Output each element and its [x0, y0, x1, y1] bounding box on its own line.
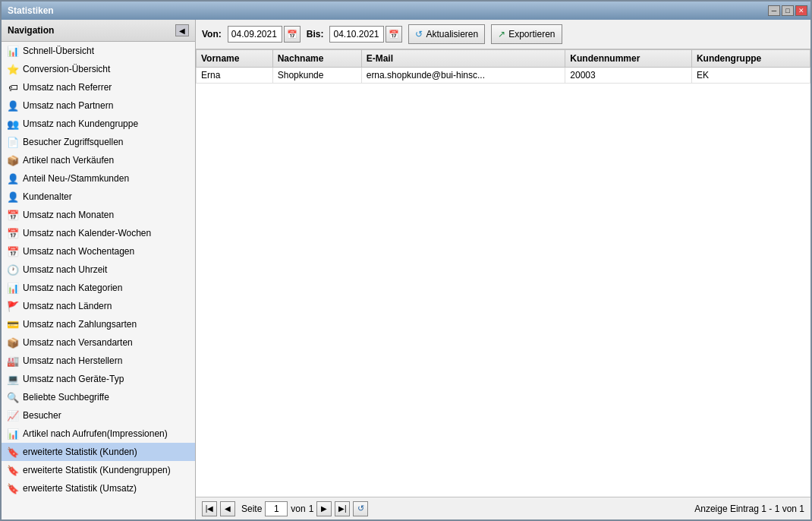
sidebar-item-schnell[interactable]: 📊 Schnell-Übersicht	[2, 42, 195, 60]
window-title: Statistiken	[8, 5, 54, 16]
sidebar-collapse-button[interactable]: ◀	[175, 24, 189, 36]
category-icon: 📊	[6, 281, 20, 295]
sidebar-item-referrer[interactable]: 🏷 Umsatz nach Referrer	[2, 78, 195, 96]
sidebar-item-versandarten[interactable]: 📦 Umsatz nach Versandarten	[2, 333, 195, 352]
star-icon: ⭐	[6, 62, 20, 76]
sidebar-item-kundengruppe[interactable]: 👥 Umsatz nach Kundengruppe	[2, 115, 195, 133]
close-button[interactable]: ✕	[795, 5, 807, 16]
sidebar-item-label: Umsatz nach Zahlungsarten	[23, 319, 137, 330]
last-page-button[interactable]: ▶|	[335, 501, 350, 516]
sidebar-item-label: Besucher Zugriffsquellen	[23, 137, 124, 147]
bis-label: Bis:	[307, 29, 324, 39]
refresh-icon: ↺	[415, 29, 423, 39]
col-nachname: Nachname	[272, 50, 361, 68]
sidebar-item-monaten[interactable]: 📅 Umsatz nach Monaten	[2, 206, 195, 224]
sidebar-item-geraete[interactable]: 💻 Umsatz nach Geräte-Typ	[2, 370, 195, 388]
shipping-icon: 📦	[6, 336, 20, 349]
sidebar-item-impressionen[interactable]: 📊 Artikel nach Aufrufen(Impressionen)	[2, 425, 195, 443]
first-page-button[interactable]: |◀	[202, 501, 217, 516]
box-icon: 📦	[6, 153, 20, 167]
sidebar-item-suchbegriffe[interactable]: 🔍 Beliebte Suchbegriffe	[2, 388, 195, 406]
sidebar-item-label: Umsatz nach Kategorien	[23, 283, 122, 293]
refresh-label: Aktualisieren	[426, 29, 478, 39]
von-label: Von:	[202, 29, 222, 39]
sidebar-item-label: Umsatz nach Uhrzeit	[23, 264, 107, 275]
sidebar-item-artikel-verk[interactable]: 📦 Artikel nach Verkäufen	[2, 151, 195, 169]
tag-icon: 🏷	[6, 81, 20, 94]
calendar-month-icon: 📅	[6, 208, 20, 222]
right-panel: Von: 📅 Bis: 📅 ↺ Aktualisieren ↗ Exportie…	[196, 20, 810, 519]
minimize-button[interactable]: ─	[768, 5, 780, 16]
pagination-controls: |◀ ◀ Seite von 1 ▶ ▶| ↺	[202, 501, 368, 516]
von-date-input[interactable]	[228, 26, 282, 43]
calendar-weekday-icon: 📅	[6, 245, 20, 258]
refresh-button[interactable]: ↺ Aktualisieren	[408, 24, 485, 44]
person-icon: 👤	[6, 99, 20, 112]
cell-vorname: Erna	[197, 68, 273, 84]
trend-icon: 📈	[6, 409, 20, 422]
sidebar-item-anteil[interactable]: 👤 Anteil Neu-/Stammkunden	[2, 169, 195, 188]
sidebar-item-laender[interactable]: 🚩 Umsatz nach Ländern	[2, 297, 195, 315]
sidebar-item-hersteller[interactable]: 🏭 Umsatz nach Herstellern	[2, 352, 195, 370]
calendar-week-icon: 📅	[6, 226, 20, 240]
main-window: Statistiken ─ □ ✕ Navigation ◀ 📊 Schnell…	[0, 0, 812, 521]
sidebar-item-kalender[interactable]: 📅 Umsatz nach Kalender-Wochen	[2, 224, 195, 242]
sidebar-item-ext-kundengruppen[interactable]: 🔖 erweiterte Statistik (Kundengruppen)	[2, 461, 195, 479]
bis-date-field: 📅	[329, 26, 402, 43]
sidebar-item-besucher[interactable]: 📈 Besucher	[2, 406, 195, 425]
flag-icon: 🚩	[6, 299, 20, 313]
bis-date-input[interactable]	[329, 26, 384, 43]
sidebar-item-label: Umsatz nach Wochentagen	[23, 246, 134, 257]
sidebar-title: Navigation	[8, 25, 54, 36]
prev-page-button[interactable]: ◀	[220, 501, 235, 516]
cell-kundengruppe: EK	[691, 68, 810, 84]
manufacturer-icon: 🏭	[6, 354, 20, 368]
sidebar-item-label: Umsatz nach Ländern	[23, 301, 112, 311]
sidebar-item-label: Artikel nach Aufrufen(Impressionen)	[23, 428, 168, 439]
sidebar-item-label: Kundenalter	[23, 191, 72, 202]
col-kundengruppe: Kundengruppe	[691, 50, 810, 68]
table-header-row: Vorname Nachname E-Mail Kundennummer Kun…	[197, 50, 810, 68]
sidebar: Navigation ◀ 📊 Schnell-Übersicht ⭐ Conve…	[2, 20, 196, 519]
sidebar-item-ext-umsatz[interactable]: 🔖 erweiterte Statistik (Umsatz)	[2, 479, 195, 497]
extended-umsatz-icon: 🔖	[6, 482, 20, 495]
von-date-field: 📅	[228, 26, 301, 43]
sidebar-item-label: Umsatz nach Kalender-Wochen	[23, 228, 151, 238]
device-icon: 💻	[6, 372, 20, 386]
payment-icon: 💳	[6, 317, 20, 331]
pagination-status: Anzeige Eintrag 1 - 1 von 1	[694, 504, 804, 514]
total-pages: 1	[309, 504, 314, 514]
sidebar-item-partner[interactable]: 👤 Umsatz nach Partnern	[2, 96, 195, 115]
sidebar-item-label: Besucher	[23, 410, 61, 421]
group-icon: 👥	[6, 117, 20, 131]
sidebar-item-conversion[interactable]: ⭐ Conversion-Übersicht	[2, 60, 195, 78]
toolbar: Von: 📅 Bis: 📅 ↺ Aktualisieren ↗ Exportie…	[196, 20, 810, 49]
sidebar-item-zahlungsarten[interactable]: 💳 Umsatz nach Zahlungsarten	[2, 315, 195, 333]
sidebar-item-uhrzeit[interactable]: 🕐 Umsatz nach Uhrzeit	[2, 260, 195, 279]
export-button[interactable]: ↗ Exportieren	[491, 24, 562, 44]
cell-email: erna.shopkunde@bui-hinsc...	[361, 68, 565, 84]
cell-kundennummer: 20003	[565, 68, 692, 84]
bar-chart-icon: 📊	[6, 44, 20, 58]
page-icon: 📄	[6, 135, 20, 149]
window-controls: ─ □ ✕	[768, 5, 807, 16]
sidebar-item-wochentagen[interactable]: 📅 Umsatz nach Wochentagen	[2, 242, 195, 260]
table-row[interactable]: Erna Shopkunde erna.shopkunde@bui-hinsc.…	[197, 68, 810, 84]
page-number-input[interactable]	[265, 501, 288, 516]
sidebar-item-label: Beliebte Suchbegriffe	[23, 392, 109, 403]
sidebar-item-ext-kunden[interactable]: 🔖 erweiterte Statistik (Kunden)	[2, 443, 195, 461]
pagination-refresh-button[interactable]: ↺	[353, 501, 368, 516]
sidebar-item-kategorien[interactable]: 📊 Umsatz nach Kategorien	[2, 279, 195, 297]
sidebar-items-list: 📊 Schnell-Übersicht ⭐ Conversion-Übersic…	[2, 42, 195, 519]
export-icon: ↗	[498, 29, 505, 39]
next-page-button[interactable]: ▶	[316, 501, 332, 516]
sidebar-item-label: Umsatz nach Partnern	[23, 100, 113, 111]
restore-button[interactable]: □	[782, 5, 794, 16]
status-text: Anzeige Eintrag 1 - 1 von 1	[694, 504, 804, 514]
bis-calendar-button[interactable]: 📅	[386, 26, 402, 43]
sidebar-item-kundenalter[interactable]: 👤 Kundenalter	[2, 188, 195, 206]
von-calendar-button[interactable]: 📅	[284, 26, 301, 43]
sidebar-item-besucher-zugr[interactable]: 📄 Besucher Zugriffsquellen	[2, 133, 195, 151]
main-content: Navigation ◀ 📊 Schnell-Übersicht ⭐ Conve…	[2, 20, 810, 519]
sidebar-item-label: erweiterte Statistik (Umsatz)	[23, 483, 137, 494]
